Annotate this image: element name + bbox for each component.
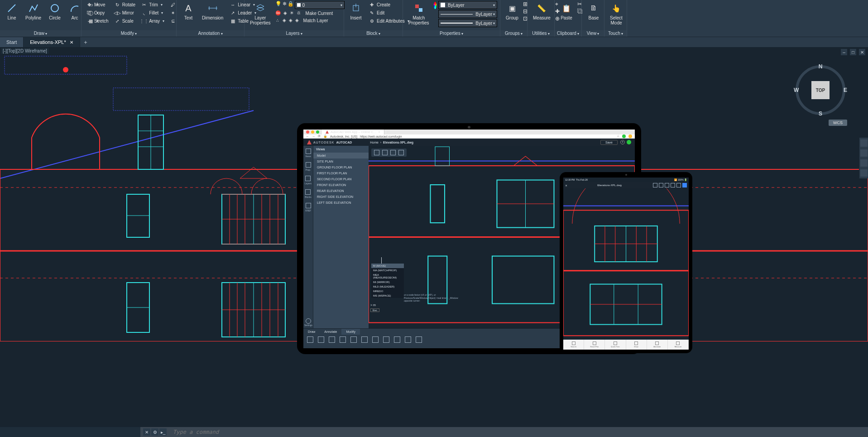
panel-title-annotation[interactable]: Annotation	[177, 30, 244, 37]
view-item[interactable]: LEFT SIDE ELEVATION	[313, 200, 369, 206]
bottom-tab-annotate[interactable]: Annotate	[320, 329, 341, 335]
stretch-tool[interactable]: ↔Stretch	[84, 17, 110, 24]
tablet-annotate[interactable]: Annotate	[647, 340, 668, 350]
browser-forward-icon[interactable]: →	[312, 135, 315, 138]
polyline-tool[interactable]: Polyline	[23, 1, 44, 21]
tablet-smartpen[interactable]: Smart Pen	[584, 340, 605, 350]
group-opt3-icon[interactable]: ⊡	[523, 15, 528, 22]
web-trim-icon[interactable]	[329, 336, 335, 343]
tablet-search[interactable]: Search	[563, 340, 584, 350]
close-tab-icon[interactable]: ✕	[70, 40, 73, 45]
undo-icon[interactable]	[374, 150, 379, 155]
view-item[interactable]: REAR ELEVATION	[313, 188, 369, 194]
viewcube-face[interactable]: TOP	[811, 81, 830, 99]
view-item[interactable]: FRONT ELEVATION	[313, 182, 369, 188]
web-scale-icon[interactable]	[361, 336, 368, 343]
view-item[interactable]: FIRST FLOOR PLAN	[313, 170, 369, 176]
viewcube-north[interactable]: N	[819, 63, 823, 70]
macos-minimize-icon[interactable]	[311, 130, 314, 134]
new-tab-icon[interactable]: +	[384, 130, 392, 134]
copy-tool[interactable]: ⿻Copy	[84, 9, 110, 16]
tablet-canvas[interactable]	[563, 188, 689, 340]
layer-off-icon[interactable]: ⛔	[275, 10, 281, 16]
pan-icon[interactable]	[390, 150, 396, 155]
sidebar-xref[interactable]: XREF	[305, 203, 311, 212]
sidebar-prop[interactable]: Prop.	[306, 162, 311, 171]
panel-title-block[interactable]: Block	[344, 30, 403, 37]
nav-pan-icon[interactable]	[860, 149, 868, 157]
panel-title-groups[interactable]: Groups	[500, 30, 527, 37]
panel-title-layers[interactable]: Layers	[245, 30, 344, 37]
autocomplete-item[interactable]: MEA (MEASUREGEOM)	[371, 273, 404, 280]
trim-tool[interactable]: ✂Trim▾	[139, 1, 166, 8]
current-layer-combo[interactable]: 0 ▾	[295, 1, 345, 9]
sidebar-blocks[interactable]: Blocks	[305, 189, 312, 198]
panel-title-clipboard[interactable]: Clipboard	[555, 30, 581, 37]
tablet-more-icon[interactable]	[676, 183, 681, 187]
add-tab-button[interactable]: ＋	[80, 38, 91, 46]
tablet-undo-icon[interactable]	[653, 183, 657, 187]
sidebar-settings[interactable]: Settings	[303, 317, 313, 328]
sidebar-layers[interactable]: Layers	[305, 176, 312, 185]
autocomplete-item[interactable]: MI (MIRROR)	[371, 280, 404, 284]
paste-button[interactable]: 📋 Paste	[557, 1, 575, 21]
zoom-extents-icon[interactable]	[398, 150, 404, 155]
color-wheel-icon[interactable]	[434, 2, 436, 9]
insert-button[interactable]: Insert	[347, 1, 365, 21]
nav-orbit-icon[interactable]	[860, 169, 868, 177]
nav-wheel-icon[interactable]	[860, 139, 868, 147]
tablet-quicktrim[interactable]: Quick Trim	[605, 340, 626, 350]
layer-state-icon[interactable]: 💡	[275, 1, 282, 9]
linetype-combo[interactable]: ByLayer▾	[438, 19, 497, 27]
circle-tool[interactable]: Circle	[46, 1, 64, 21]
browser-back-icon[interactable]: ←	[306, 135, 309, 138]
web-mirror-icon[interactable]	[350, 336, 357, 343]
autocomplete-item[interactable]: MA (MATCHPROP)	[371, 268, 404, 273]
match-properties-button[interactable]: Match Properties	[406, 1, 432, 26]
esc-key[interactable]: Esc	[370, 308, 379, 312]
color-combo[interactable]: ByLayer▾	[438, 1, 497, 9]
browser-tab[interactable]: AutoCAD Web App – Online C… ×	[322, 130, 384, 134]
browser-reload-icon[interactable]: ⟳	[318, 134, 321, 138]
viewcube-south[interactable]: S	[819, 110, 822, 117]
breadcrumb-file[interactable]: Elevations-XPL.dwg	[383, 141, 413, 144]
webapp-command-line[interactable]: > m Esc	[370, 303, 379, 312]
group-opt1-icon[interactable]: ⊞	[523, 1, 528, 7]
tablet-redo-icon[interactable]	[659, 183, 663, 187]
autocomplete-item[interactable]: MS (MSPACE)	[371, 293, 404, 298]
layer-on-icon[interactable]: ⛭	[297, 10, 301, 16]
layer-properties-button[interactable]: Layer Properties	[247, 1, 273, 26]
web-rotate-icon[interactable]	[318, 336, 324, 343]
web-copy-icon[interactable]	[405, 336, 411, 343]
panel-title-utilities[interactable]: Utilities	[528, 30, 554, 37]
cmdline-close-icon[interactable]: ✕	[143, 428, 150, 436]
view-item[interactable]: RIGHT SIDE ELEVATION	[313, 194, 369, 200]
panel-title-view[interactable]: View	[582, 30, 604, 37]
view-item[interactable]: SITE PLAN	[313, 158, 369, 164]
scale-tool[interactable]: ⤢Scale	[112, 17, 137, 24]
line-tool[interactable]: Line	[3, 1, 21, 21]
view-item[interactable]: SECOND FLOOR PLAN	[313, 176, 369, 182]
tablet-share-icon[interactable]	[671, 183, 675, 187]
base-button[interactable]: 🗎 Base	[585, 1, 603, 21]
breadcrumb-home[interactable]: Home	[370, 141, 379, 144]
web-paste-icon[interactable]	[416, 336, 422, 343]
nav-zoom-icon[interactable]	[860, 159, 868, 167]
fillet-tool[interactable]: ◟Fillet▾	[139, 9, 166, 16]
select-mode-button[interactable]: 👆 Select Mode	[607, 1, 625, 26]
group-opt2-icon[interactable]: ⊟	[523, 8, 528, 14]
tab-close-icon[interactable]: ×	[378, 130, 380, 134]
match-layer-button[interactable]: Match Layer	[302, 18, 330, 24]
measure-button[interactable]: 📏 Measure	[530, 1, 553, 21]
site-lock-icon[interactable]: 🔒	[323, 134, 327, 138]
web-move-icon[interactable]	[307, 336, 313, 343]
layer-misc4-icon[interactable]: ◈	[295, 18, 299, 24]
macos-zoom-icon[interactable]	[316, 130, 319, 134]
tablet-draw[interactable]: Draw	[626, 340, 647, 350]
ext-icon-2[interactable]	[628, 134, 632, 138]
panel-title-touch[interactable]: Touch	[604, 30, 627, 37]
web-offset-icon[interactable]	[340, 336, 346, 343]
webapp-brand[interactable]: AUTODESK AUTOCAD	[307, 140, 352, 144]
viewcube-west[interactable]: W	[794, 87, 799, 93]
panel-title-properties[interactable]: Properties	[403, 30, 500, 37]
